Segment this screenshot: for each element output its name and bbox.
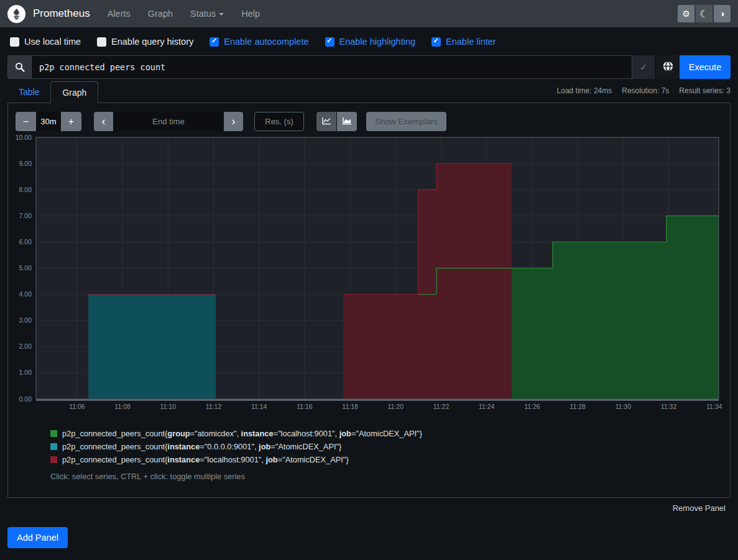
svg-text:11:34: 11:34 bbox=[706, 403, 722, 410]
svg-text:9.00: 9.00 bbox=[19, 160, 32, 167]
line-chart-icon bbox=[322, 117, 331, 127]
svg-text:10.00: 10.00 bbox=[16, 134, 32, 141]
result-series: Result series: 3 bbox=[679, 86, 731, 95]
chevron-left-icon: ‹ bbox=[102, 115, 106, 128]
navbar: Prometheus Alerts Graph Status Help ⚙ ☾ … bbox=[0, 0, 738, 27]
range-stepper: − + bbox=[16, 112, 81, 131]
add-panel-button[interactable]: Add Panel bbox=[7, 527, 68, 548]
metrics-explorer-button[interactable] bbox=[656, 55, 680, 79]
option-label: Use local time bbox=[24, 37, 81, 47]
svg-text:5.00: 5.00 bbox=[19, 264, 32, 272]
query-input[interactable] bbox=[31, 55, 632, 79]
prometheus-logo-icon bbox=[7, 5, 25, 23]
range-input[interactable] bbox=[36, 112, 61, 131]
remove-panel-link[interactable]: Remove Panel bbox=[673, 503, 726, 513]
linter-status-icon: ✓ bbox=[632, 55, 655, 79]
checkbox bbox=[431, 37, 441, 47]
svg-text:11:10: 11:10 bbox=[160, 403, 177, 410]
query-stats: Load time: 24ms Resolution: 7s Result se… bbox=[557, 86, 731, 103]
svg-text:6.00: 6.00 bbox=[19, 238, 32, 246]
settings-button[interactable]: ⚙ bbox=[678, 5, 694, 22]
brand-link[interactable]: Prometheus bbox=[7, 5, 90, 23]
graph-controls: − + ‹ › Show Exemplars bbox=[16, 112, 722, 131]
theme-dark-button[interactable]: ☾ bbox=[696, 5, 713, 22]
svg-text:4.00: 4.00 bbox=[19, 290, 32, 298]
graph-panel: − + ‹ › Show Exemplars 10.009.008.007.00… bbox=[7, 103, 731, 498]
nav-item-alerts[interactable]: Alerts bbox=[108, 9, 131, 19]
gear-icon: ⚙ bbox=[682, 9, 690, 19]
resolution-input[interactable] bbox=[254, 112, 304, 131]
end-time-forward-button[interactable]: › bbox=[224, 112, 243, 131]
graph-canvas[interactable]: 10.009.008.007.006.005.004.003.002.001.0… bbox=[16, 133, 724, 414]
svg-text:11:24: 11:24 bbox=[479, 403, 495, 410]
series-swatch bbox=[50, 430, 57, 437]
option-label: Enable query history bbox=[111, 37, 193, 47]
svg-text:11:08: 11:08 bbox=[114, 403, 131, 410]
option-label: Enable linter bbox=[446, 37, 496, 47]
moon-icon: ☾ bbox=[699, 8, 708, 20]
end-time-input[interactable] bbox=[113, 112, 224, 131]
option-use-local-time[interactable]: Use local time bbox=[10, 37, 81, 47]
series-label: p2p_connected_peers_count{instance="0.0.… bbox=[62, 442, 341, 451]
end-time-group: ‹ › bbox=[94, 112, 243, 131]
series-label: p2p_connected_peers_count{instance="loca… bbox=[62, 455, 349, 464]
svg-text:11:32: 11:32 bbox=[661, 403, 677, 410]
checkbox bbox=[10, 37, 19, 47]
checkbox bbox=[97, 37, 106, 47]
svg-text:7.00: 7.00 bbox=[19, 212, 32, 219]
check-icon: ✓ bbox=[640, 62, 648, 73]
caret-down-icon bbox=[219, 13, 224, 16]
svg-text:8.00: 8.00 bbox=[19, 186, 32, 193]
option-enable-autocomplete[interactable]: Enable autocomplete bbox=[210, 37, 308, 47]
option-enable-highlighting[interactable]: Enable highlighting bbox=[325, 37, 416, 47]
execute-button[interactable]: Execute bbox=[680, 55, 731, 79]
checkbox bbox=[210, 37, 219, 47]
theme-auto-button[interactable]: ◑ bbox=[714, 5, 731, 22]
svg-text:11:28: 11:28 bbox=[570, 403, 586, 410]
series-swatch bbox=[50, 456, 57, 463]
end-time-back-button[interactable]: ‹ bbox=[94, 112, 113, 131]
svg-text:1.00: 1.00 bbox=[19, 369, 32, 376]
globe-icon bbox=[662, 60, 674, 75]
svg-text:11:12: 11:12 bbox=[206, 403, 222, 410]
search-icon bbox=[7, 55, 31, 79]
nav-item-help[interactable]: Help bbox=[241, 9, 260, 19]
option-enable-query-history[interactable]: Enable query history bbox=[97, 37, 193, 47]
svg-text:11:18: 11:18 bbox=[342, 403, 358, 410]
series-label: p2p_connected_peers_count{group="atomicd… bbox=[62, 429, 422, 438]
stacked-chart-icon bbox=[343, 117, 352, 127]
option-label: Enable autocomplete bbox=[224, 37, 308, 47]
range-decrease-button[interactable]: − bbox=[16, 112, 36, 131]
show-exemplars-button[interactable]: Show Exemplars bbox=[366, 112, 446, 131]
nav-item-graph[interactable]: Graph bbox=[148, 9, 173, 19]
legend-item[interactable]: p2p_connected_peers_count{instance="0.0.… bbox=[50, 442, 722, 451]
options-row: Use local time Enable query history Enab… bbox=[0, 27, 738, 55]
legend-item[interactable]: p2p_connected_peers_count{instance="loca… bbox=[50, 455, 722, 464]
nav-links: Alerts Graph Status Help bbox=[108, 9, 260, 19]
minus-icon: − bbox=[23, 116, 29, 127]
tab-bar: Table Graph Load time: 24ms Resolution: … bbox=[7, 81, 731, 103]
svg-text:0.00: 0.00 bbox=[19, 395, 32, 403]
stacked-chart-button[interactable] bbox=[337, 112, 357, 131]
svg-text:11:16: 11:16 bbox=[297, 403, 313, 410]
resolution: Resolution: 7s bbox=[622, 86, 669, 95]
range-increase-button[interactable]: + bbox=[61, 112, 81, 131]
svg-text:11:22: 11:22 bbox=[433, 403, 450, 410]
checkbox bbox=[325, 37, 334, 47]
contrast-icon: ◑ bbox=[719, 9, 724, 19]
option-enable-linter[interactable]: Enable linter bbox=[431, 37, 496, 47]
svg-text:11:26: 11:26 bbox=[524, 403, 540, 410]
load-time: Load time: 24ms bbox=[557, 86, 612, 95]
legend: p2p_connected_peers_count{group="atomicd… bbox=[50, 429, 722, 464]
brand-title: Prometheus bbox=[33, 7, 90, 20]
chevron-right-icon: › bbox=[232, 115, 236, 128]
legend-hint: Click: select series, CTRL + click: togg… bbox=[50, 472, 722, 481]
series-swatch bbox=[50, 443, 57, 450]
chart-type-toggle bbox=[316, 112, 357, 131]
nav-item-status[interactable]: Status bbox=[190, 9, 224, 19]
option-label: Enable highlighting bbox=[339, 37, 416, 47]
tab-graph[interactable]: Graph bbox=[50, 81, 98, 103]
line-chart-button[interactable] bbox=[316, 112, 336, 131]
tab-table[interactable]: Table bbox=[7, 81, 50, 103]
legend-item[interactable]: p2p_connected_peers_count{group="atomicd… bbox=[50, 429, 722, 438]
